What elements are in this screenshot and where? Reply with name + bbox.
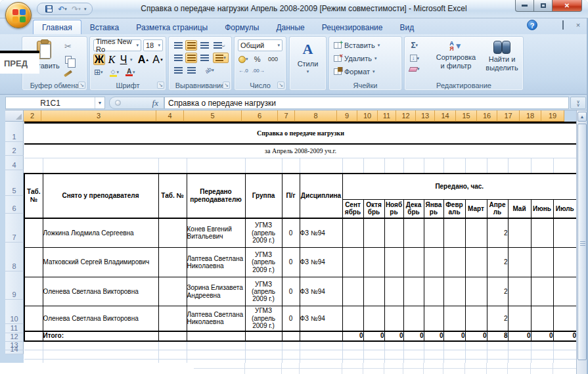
tab-page-layout[interactable]: Разметка страницы	[127, 20, 216, 34]
cell[interactable]	[531, 277, 553, 306]
cell[interactable]: УГМЗ (апрель 2009 г.)	[245, 218, 282, 248]
cell[interactable]	[282, 331, 300, 341]
cell[interactable]	[158, 218, 187, 248]
format-cells-button[interactable]: ▦Формат▾	[333, 67, 380, 76]
cell[interactable]	[342, 306, 363, 331]
cell[interactable]	[553, 350, 577, 360]
fill-color-button[interactable]: ◇▾	[109, 68, 120, 78]
borders-button[interactable]: ⊞▾	[93, 67, 104, 78]
formula-bar-expand-button[interactable]: ∨∨	[570, 97, 586, 109]
cell[interactable]	[531, 341, 553, 350]
column-header-15[interactable]: 15	[456, 110, 477, 122]
cell[interactable]	[24, 158, 43, 174]
row-header-6[interactable]: 6	[5, 196, 24, 214]
name-box[interactable]: R1C1 ▼	[5, 97, 105, 109]
cell[interactable]: 0	[363, 331, 384, 341]
row-header-14[interactable]: 14	[5, 350, 24, 354]
cell[interactable]	[424, 277, 443, 306]
cell[interactable]: ФЗ №94	[300, 306, 342, 331]
tab-view[interactable]: Вид	[391, 20, 422, 34]
cell[interactable]	[43, 350, 158, 360]
row-header-2[interactable]: 2	[5, 142, 24, 156]
cell[interactable]: Март	[465, 200, 487, 218]
cell[interactable]: 2	[487, 248, 508, 277]
cell[interactable]	[363, 248, 384, 277]
cell[interactable]	[508, 248, 531, 277]
cell[interactable]	[342, 248, 363, 277]
cell[interactable]	[531, 306, 553, 331]
decrease-decimal-button[interactable]: .00→	[252, 67, 265, 74]
column-header-6[interactable]: 6	[242, 110, 278, 122]
cell[interactable]	[424, 248, 443, 277]
cell[interactable]	[245, 350, 282, 360]
font-size-select[interactable]: 18▾	[143, 39, 163, 51]
cell[interactable]: Таб. №	[24, 174, 43, 218]
column-header-2[interactable]: 2	[24, 110, 41, 122]
grow-font-button[interactable]: А▲	[137, 54, 150, 65]
font-color-button[interactable]: А▾	[125, 68, 136, 77]
cell[interactable]	[508, 158, 531, 174]
cell[interactable]: Октя брь	[363, 200, 384, 218]
number-dialog-launcher[interactable]: ↘	[277, 82, 284, 89]
cell[interactable]: 0	[384, 331, 403, 341]
cell[interactable]	[531, 350, 553, 360]
font-name-select[interactable]: Times New Ro▾	[93, 39, 141, 51]
row-header-5[interactable]: 5	[5, 170, 24, 196]
cell[interactable]	[24, 277, 43, 306]
cell[interactable]: за Апрель 2008-2009 уч.г.	[24, 144, 577, 158]
fx-button[interactable]: fx	[152, 98, 158, 108]
column-header-17[interactable]: 17	[497, 110, 520, 122]
wrap-text-button[interactable]: ↵	[213, 40, 226, 51]
cell[interactable]	[487, 158, 508, 174]
cell[interactable]	[363, 218, 384, 248]
cell[interactable]	[465, 248, 487, 277]
cell[interactable]	[384, 218, 403, 248]
column-header-16[interactable]: 16	[477, 110, 497, 122]
cell[interactable]: 2	[487, 277, 508, 306]
cell[interactable]: 0	[508, 331, 531, 341]
cell[interactable]	[553, 218, 577, 248]
merge-center-button[interactable]: ▾	[213, 53, 229, 63]
tab-formulas[interactable]: Формулы	[216, 20, 267, 34]
cell[interactable]: Лаптева Светлана Николаевна	[187, 306, 245, 331]
cell[interactable]: Зорина Елизавета Андреевна	[187, 277, 245, 306]
clipboard-dialog-launcher[interactable]: ↘	[78, 82, 85, 89]
cell[interactable]: Янва рь	[424, 200, 443, 218]
cell[interactable]	[363, 158, 384, 174]
cell[interactable]	[531, 158, 553, 174]
cell[interactable]	[24, 331, 43, 341]
cell[interactable]: 0	[282, 277, 300, 306]
cell[interactable]: Итого:	[43, 331, 158, 341]
help-button[interactable]: ?	[527, 20, 537, 30]
cell[interactable]	[508, 306, 531, 331]
cell[interactable]	[187, 350, 245, 360]
cell[interactable]	[403, 350, 424, 360]
row-header-1[interactable]: 1	[5, 122, 24, 142]
orientation-button[interactable]: ab▾	[201, 65, 218, 76]
cell[interactable]	[508, 341, 531, 350]
accounting-format-button[interactable]: ▾	[238, 55, 249, 64]
cell[interactable]	[363, 277, 384, 306]
cell[interactable]	[487, 341, 508, 350]
cell[interactable]: 0	[531, 331, 553, 341]
cell[interactable]	[443, 218, 465, 248]
cell[interactable]: ФЗ №94	[300, 277, 342, 306]
align-right-button[interactable]	[198, 53, 210, 63]
cell[interactable]: Конев Евгений Витальевич	[187, 218, 245, 248]
cell[interactable]: Оленева Светлана Викторовна	[43, 306, 158, 331]
row-header-4[interactable]: 4	[5, 156, 24, 170]
cell[interactable]	[424, 218, 443, 248]
cell[interactable]	[245, 341, 282, 350]
cell[interactable]	[443, 341, 465, 350]
cell[interactable]	[424, 350, 443, 360]
cell[interactable]: ФЗ №94	[300, 248, 342, 277]
cell[interactable]	[443, 158, 465, 174]
restore-button[interactable]	[534, 0, 553, 12]
cell[interactable]	[443, 277, 465, 306]
sort-filter-button[interactable]: АЯ▼ Сортировка и фильтр	[432, 41, 480, 70]
cell[interactable]	[465, 341, 487, 350]
tab-review[interactable]: Рецензирование	[313, 20, 392, 34]
cell[interactable]	[403, 248, 424, 277]
decrease-indent-button[interactable]	[172, 65, 184, 76]
font-dialog-launcher[interactable]: ↘	[157, 82, 164, 89]
